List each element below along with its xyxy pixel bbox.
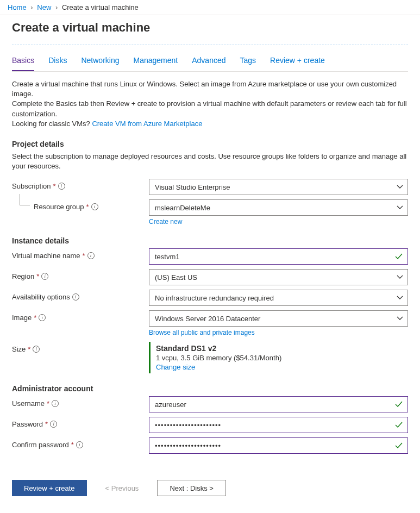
vm-name-value: testvm1 xyxy=(155,253,180,261)
size-box: Standard DS1 v2 1 vcpu, 3.5 GiB memory (… xyxy=(149,342,408,373)
subscription-value: Visual Studio Enterprise xyxy=(155,183,230,191)
check-icon xyxy=(394,400,403,409)
tabs: Basics Disks Networking Management Advan… xyxy=(12,53,408,72)
intro-classic-prefix: Looking for classic VMs? xyxy=(12,120,92,128)
image-select[interactable]: Windows Server 2016 Datacenter xyxy=(149,310,408,327)
resource-group-label: Resource group xyxy=(34,203,84,211)
availability-value: No infrastructure redundancy required xyxy=(155,294,274,302)
tab-management[interactable]: Management xyxy=(134,53,178,71)
tab-tags[interactable]: Tags xyxy=(240,53,256,71)
required-marker: * xyxy=(86,203,89,211)
info-icon[interactable]: i xyxy=(91,203,98,210)
browse-images-link[interactable]: Browse all public and private images xyxy=(149,329,255,336)
availability-select[interactable]: No infrastructure redundancy required xyxy=(149,290,408,306)
password-label: Password xyxy=(12,420,43,428)
subscription-label: Subscription xyxy=(12,182,51,190)
info-icon[interactable]: i xyxy=(52,400,59,407)
chevron-down-icon xyxy=(397,315,403,322)
required-marker: * xyxy=(53,182,56,190)
username-label: Username xyxy=(12,399,45,408)
marketplace-link[interactable]: Create VM from Azure Marketplace xyxy=(92,120,202,128)
resource-group-value: mslearnDeleteMe xyxy=(155,204,210,212)
intro-line1: Create a virtual machine that runs Linux… xyxy=(12,79,408,99)
required-marker: * xyxy=(47,399,49,408)
size-spec: 1 vcpu, 3.5 GiB memory ($54.31/Month) xyxy=(156,354,408,362)
required-marker: * xyxy=(71,441,74,449)
chevron-right-icon: › xyxy=(55,3,58,11)
breadcrumb-current: Create a virtual machine xyxy=(62,3,139,11)
wizard-footer: Review + create < Previous Next : Disks … xyxy=(0,472,420,506)
vm-name-label: Virtual machine name xyxy=(12,252,80,260)
tab-disks[interactable]: Disks xyxy=(48,53,67,71)
review-create-button[interactable]: Review + create xyxy=(12,480,87,496)
size-label: Size xyxy=(12,345,26,353)
create-new-rg-link[interactable]: Create new xyxy=(149,218,182,226)
info-icon[interactable]: i xyxy=(39,314,46,321)
chevron-down-icon xyxy=(397,184,403,190)
breadcrumb-home[interactable]: Home xyxy=(8,3,27,11)
required-marker: * xyxy=(45,420,48,428)
check-icon xyxy=(394,441,403,450)
vm-name-input[interactable]: testvm1 xyxy=(149,248,408,265)
region-value: (US) East US xyxy=(155,273,197,281)
info-icon[interactable]: i xyxy=(58,183,65,190)
confirm-password-label: Confirm password xyxy=(12,441,69,449)
info-icon[interactable]: i xyxy=(41,273,48,280)
page-title: Create a virtual machine xyxy=(12,21,408,35)
admin-account-heading: Administrator account xyxy=(12,384,408,393)
chevron-down-icon xyxy=(397,295,403,301)
password-value: •••••••••••••••••••••• xyxy=(155,421,221,429)
required-marker: * xyxy=(34,314,36,322)
resource-group-select[interactable]: mslearnDeleteMe xyxy=(149,199,408,216)
previous-button[interactable]: < Previous xyxy=(93,480,151,496)
check-icon xyxy=(394,252,403,261)
required-marker: * xyxy=(83,252,85,260)
info-icon[interactable]: i xyxy=(50,421,57,428)
breadcrumb-new[interactable]: New xyxy=(37,3,51,11)
instance-details-heading: Instance details xyxy=(12,236,408,245)
chevron-down-icon xyxy=(397,204,403,211)
size-name: Standard DS1 v2 xyxy=(156,344,408,353)
confirm-password-value: •••••••••••••••••••••• xyxy=(155,442,221,450)
info-icon[interactable]: i xyxy=(76,441,83,448)
image-label: Image xyxy=(12,314,32,322)
chevron-down-icon xyxy=(397,274,403,280)
password-input[interactable]: •••••••••••••••••••••• xyxy=(149,417,408,433)
chevron-right-icon: › xyxy=(30,3,33,11)
region-label: Region xyxy=(12,272,34,280)
tab-basics[interactable]: Basics xyxy=(12,53,34,71)
username-input[interactable]: azureuser xyxy=(149,396,408,412)
breadcrumb: Home › New › Create a virtual machine xyxy=(0,0,420,15)
username-value: azureuser xyxy=(155,401,186,409)
check-icon xyxy=(394,421,403,429)
info-icon[interactable]: i xyxy=(87,252,95,259)
section-divider xyxy=(12,45,408,45)
subscription-select[interactable]: Visual Studio Enterprise xyxy=(149,179,408,195)
info-icon[interactable]: i xyxy=(33,346,40,353)
region-select[interactable]: (US) East US xyxy=(149,269,408,285)
intro-line2: Complete the Basics tab then Review + cr… xyxy=(12,99,408,118)
project-details-desc: Select the subscription to manage deploy… xyxy=(12,152,408,171)
tab-networking[interactable]: Networking xyxy=(81,53,119,71)
required-marker: * xyxy=(36,272,39,280)
intro-text: Create a virtual machine that runs Linux… xyxy=(12,79,408,129)
required-marker: * xyxy=(28,345,30,353)
tab-advanced[interactable]: Advanced xyxy=(192,53,225,71)
info-icon[interactable]: i xyxy=(72,293,79,301)
confirm-password-input[interactable]: •••••••••••••••••••••• xyxy=(149,437,408,454)
project-details-heading: Project details xyxy=(12,140,408,148)
tab-review-create[interactable]: Review + create xyxy=(270,53,325,71)
next-button[interactable]: Next : Disks > xyxy=(157,480,226,496)
image-value: Windows Server 2016 Datacenter xyxy=(155,315,260,323)
change-size-link[interactable]: Change size xyxy=(156,363,195,371)
availability-label: Availability options xyxy=(12,293,70,301)
